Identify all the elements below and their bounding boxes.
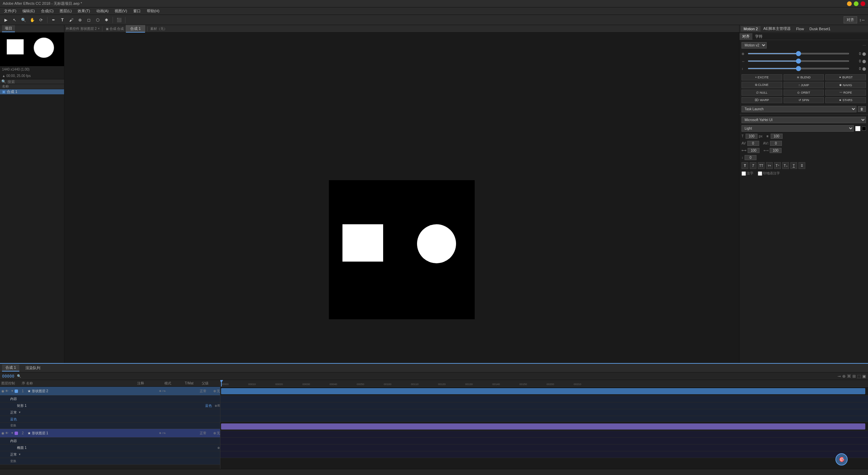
tool-eraser[interactable]: ◻ bbox=[85, 16, 93, 24]
eye-icon-1[interactable]: 👁 bbox=[5, 389, 8, 393]
layer-2-expand[interactable]: ▼ bbox=[10, 431, 15, 436]
timeline-comp-tab[interactable]: 合成 1 bbox=[2, 364, 19, 372]
font-select[interactable]: Microsoft YaHei UI bbox=[742, 117, 866, 123]
btn-rope[interactable]: 〰 ROPE bbox=[825, 90, 866, 96]
layer-2-mode[interactable]: 正常 bbox=[193, 431, 213, 436]
character-tab[interactable]: 字符 bbox=[752, 33, 765, 40]
timeline-tool-3[interactable]: ⌘ bbox=[847, 374, 851, 379]
layer-1-mode[interactable]: 正常 bbox=[193, 389, 213, 394]
eye-icon-2[interactable]: 👁 bbox=[5, 431, 8, 435]
timeline-tool-6[interactable]: ▣ bbox=[862, 374, 866, 379]
kerning-input[interactable] bbox=[747, 141, 759, 146]
btn-orbit[interactable]: ⊙ ORBIT bbox=[784, 90, 824, 96]
ruby-checkbox[interactable] bbox=[742, 171, 746, 176]
tool-shape[interactable]: ⬛ bbox=[115, 16, 123, 24]
layer-row-2[interactable]: ◉ 👁 ▼ 2 ★ 形状图层 1 ⊕ / fx 正常 ⊕ 无 bbox=[0, 429, 220, 438]
timeline-tracks[interactable]: 00000 00010 00020 00030 00040 00050 0010… bbox=[220, 380, 868, 469]
comp-tab-active[interactable]: 合成 1 bbox=[126, 25, 145, 33]
layer-row-1[interactable]: ◉ 👁 ▼ 1 ★ 形状图层 2 ⊕ / fx 正常 ⊕ 无 bbox=[0, 387, 220, 396]
sub-btn[interactable]: T₊ bbox=[782, 162, 789, 169]
btn-null[interactable]: ∅ NULL bbox=[742, 90, 782, 96]
tool-text[interactable]: T bbox=[59, 16, 66, 24]
project-search-input[interactable] bbox=[7, 80, 63, 84]
switch-3[interactable]: fx bbox=[163, 390, 165, 393]
super-btn[interactable]: T⁺ bbox=[774, 162, 781, 169]
menu-comp[interactable]: 合成(C) bbox=[38, 8, 56, 14]
slider-3[interactable] bbox=[748, 68, 849, 69]
hindi-checkbox[interactable] bbox=[758, 171, 762, 176]
rect-opacity-1[interactable]: 图 bbox=[217, 404, 220, 407]
btn-excite[interactable]: + EXCITE bbox=[742, 74, 782, 80]
italic-btn[interactable]: T bbox=[750, 162, 756, 169]
timeline-tool-1[interactable]: ⊸ bbox=[837, 374, 841, 379]
tool-clone[interactable]: ⊕ bbox=[76, 16, 84, 24]
tool-extra[interactable]: ↕↔ bbox=[859, 16, 866, 24]
switch-6[interactable]: fx bbox=[163, 432, 165, 435]
btn-spin[interactable]: ↺ SPIN bbox=[784, 97, 824, 103]
btn-jump[interactable]: ↑ JUMP bbox=[784, 82, 824, 88]
slider-btn-2[interactable]: ⬤ bbox=[862, 59, 866, 63]
underline-btn[interactable]: T bbox=[790, 162, 797, 169]
slider-2[interactable] bbox=[748, 60, 849, 62]
close-button[interactable] bbox=[861, 1, 865, 6]
btn-warp[interactable]: ⌦ WARP bbox=[742, 97, 782, 103]
layer-1-expand[interactable]: ▼ bbox=[10, 389, 15, 394]
solo-icon-1[interactable]: ◉ bbox=[1, 389, 4, 393]
font-style-select[interactable]: Light Regular Bold bbox=[742, 125, 854, 132]
align-button[interactable]: 对齐 bbox=[844, 16, 857, 23]
timeline-tool-4[interactable]: ⊞ bbox=[852, 374, 856, 379]
baseline-input[interactable] bbox=[745, 155, 756, 160]
dusk-tab[interactable]: Dusk Beset1 bbox=[807, 26, 833, 32]
text-color-swatch[interactable] bbox=[855, 126, 861, 131]
text-stroke-swatch[interactable] bbox=[862, 127, 866, 131]
tool-arrow[interactable]: ↖ bbox=[11, 16, 18, 24]
btn-navig[interactable]: ✱ NAVIG bbox=[825, 82, 866, 88]
tool-rotate[interactable]: ⟳ bbox=[37, 16, 45, 24]
menu-window[interactable]: 窗口 bbox=[131, 8, 143, 14]
tool-hand[interactable]: ✋ bbox=[28, 16, 36, 24]
timeline-tool-5[interactable]: ⬚ bbox=[857, 374, 861, 379]
btn-blend[interactable]: ≋ BLEND bbox=[784, 74, 824, 80]
timeline-render-tab[interactable]: 渲染队列 bbox=[22, 365, 44, 371]
slider-btn-3[interactable]: ⬤ bbox=[862, 67, 866, 71]
menu-file[interactable]: 文件(F) bbox=[1, 8, 19, 14]
project-item-comp1[interactable]: ▣ 合成 1 bbox=[0, 89, 64, 94]
motion-tab[interactable]: Motion 2 bbox=[741, 26, 761, 32]
switch-4[interactable]: ⊕ bbox=[159, 432, 161, 435]
tracking-input[interactable] bbox=[770, 141, 782, 146]
motion-version-select[interactable]: Motion v2 bbox=[742, 42, 767, 49]
scale-v-input[interactable] bbox=[770, 148, 782, 153]
project-tab[interactable]: 项目 bbox=[2, 25, 15, 32]
task-launch-btn[interactable]: 🗑 bbox=[858, 106, 866, 112]
switch-1[interactable]: ⊕ bbox=[159, 390, 161, 393]
tool-zoom-in[interactable]: 🔍 bbox=[20, 16, 27, 24]
task-launch-select[interactable]: Task Launch bbox=[742, 106, 856, 112]
menu-animation[interactable]: 动画(A) bbox=[94, 8, 112, 14]
menu-edit[interactable]: 编辑(E) bbox=[20, 8, 38, 14]
maximize-button[interactable] bbox=[854, 1, 859, 6]
btn-burst[interactable]: ✦ BURST bbox=[825, 74, 866, 80]
menu-view[interactable]: 视图(V) bbox=[112, 8, 130, 14]
solo-icon-2[interactable]: ◉ bbox=[1, 431, 4, 435]
menu-help[interactable]: 帮助(H) bbox=[144, 8, 162, 14]
ae-tab[interactable]: AE脚本主管理器 bbox=[761, 25, 793, 32]
tool-puppet[interactable]: ✱ bbox=[103, 16, 110, 24]
strike-btn[interactable]: T bbox=[798, 162, 805, 169]
tool-pen[interactable]: ✒ bbox=[50, 16, 57, 24]
minimize-button[interactable] bbox=[847, 1, 852, 6]
align-tab[interactable]: 对齐 bbox=[739, 33, 752, 40]
bold-btn[interactable]: T bbox=[742, 162, 748, 169]
scale-h-input[interactable] bbox=[748, 148, 760, 153]
marker-icon[interactable]: 🎯 bbox=[835, 453, 848, 466]
slider-btn-1[interactable]: ⬤ bbox=[862, 52, 866, 56]
tool-brush[interactable]: 🖌 bbox=[67, 16, 75, 24]
switch-5[interactable]: / bbox=[162, 432, 163, 435]
tool-select[interactable]: ▶ bbox=[2, 16, 9, 24]
menu-layer[interactable]: 图层(L) bbox=[57, 8, 74, 14]
playhead[interactable] bbox=[221, 380, 222, 386]
timeline-tool-2[interactable]: ⊕ bbox=[842, 374, 846, 379]
switch-2[interactable]: / bbox=[162, 390, 163, 393]
btn-clone[interactable]: ⧉ CLONE bbox=[742, 82, 782, 88]
tool-roto[interactable]: ⬡ bbox=[94, 16, 101, 24]
btn-stars[interactable]: ★ STARS bbox=[825, 97, 866, 103]
